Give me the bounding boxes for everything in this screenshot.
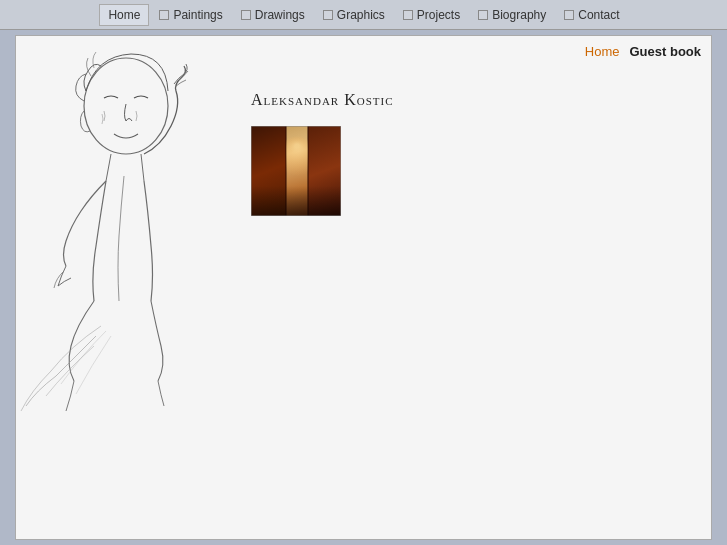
- paintings-label: Paintings: [173, 8, 222, 22]
- nav-graphics[interactable]: Graphics: [315, 5, 393, 25]
- projects-label: Projects: [417, 8, 460, 22]
- nav-contact[interactable]: Contact: [556, 5, 627, 25]
- nav-paintings[interactable]: Paintings: [151, 5, 230, 25]
- sec-nav-home[interactable]: Home: [585, 44, 620, 59]
- nav-home[interactable]: Home: [99, 4, 149, 26]
- nav-drawings[interactable]: Drawings: [233, 5, 313, 25]
- home-label: Home: [108, 8, 140, 22]
- contact-icon: [564, 10, 574, 20]
- artist-name: Aleksandar Kostic: [251, 91, 394, 109]
- artist-sketch-svg: [16, 36, 236, 416]
- biography-label: Biography: [492, 8, 546, 22]
- contact-label: Contact: [578, 8, 619, 22]
- sec-nav-guestbook[interactable]: Guest book: [629, 44, 701, 59]
- drawings-label: Drawings: [255, 8, 305, 22]
- main-wrapper: Home Guest book: [0, 30, 727, 545]
- secondary-navigation: Home Guest book: [585, 44, 701, 59]
- artist-name-text: Aleksandar Kostic: [251, 91, 394, 108]
- paintings-icon: [159, 10, 169, 20]
- nav-biography[interactable]: Biography: [470, 5, 554, 25]
- artwork-thumbnail[interactable]: [251, 126, 341, 216]
- projects-icon: [403, 10, 413, 20]
- sketch-area: [16, 36, 236, 416]
- graphics-icon: [323, 10, 333, 20]
- drawings-icon: [241, 10, 251, 20]
- artwork-canvas: [251, 126, 341, 216]
- top-navigation: Home Paintings Drawings Graphics Project…: [0, 0, 727, 30]
- biography-icon: [478, 10, 488, 20]
- graphics-label: Graphics: [337, 8, 385, 22]
- nav-projects[interactable]: Projects: [395, 5, 468, 25]
- content-box: Home Guest book: [15, 35, 712, 540]
